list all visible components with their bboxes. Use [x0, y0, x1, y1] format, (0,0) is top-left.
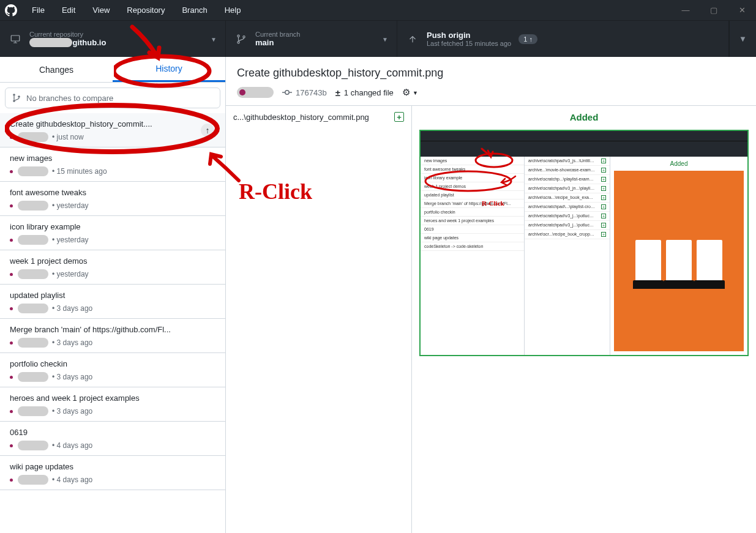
menu-branch[interactable]: Branch [174, 3, 214, 17]
commit-item-title: 0619 [10, 428, 215, 437]
commit-item[interactable]: icon library example • yesterday [0, 216, 225, 250]
svg-point-6 [18, 95, 20, 98]
tab-history[interactable]: History [113, 57, 225, 82]
commit-item-meta: • 15 minutes ago [10, 166, 215, 176]
commit-item[interactable]: updated playlist • 3 days ago [0, 285, 225, 319]
menu-view[interactable]: View [85, 3, 117, 17]
commit-title: Create githubdesktop_history_commit.png [237, 67, 745, 80]
commit-item[interactable]: font awesome tweaks • yesterday [0, 182, 225, 216]
main-area: Changes History No branches to compare C… [0, 57, 756, 533]
commit-item[interactable]: new images • 15 minutes ago [0, 147, 225, 182]
computer-icon [10, 34, 21, 45]
commit-item-title: portfolio checkin [10, 359, 215, 368]
commit-item-title: font awesome tweaks [10, 188, 215, 197]
commit-item[interactable]: week 1 project demos • yesterday [0, 250, 225, 285]
gear-icon[interactable]: ⚙︎ ▼ [402, 87, 418, 98]
commit-item[interactable]: heroes and week 1 project examples • 3 d… [0, 387, 225, 422]
github-logo-icon [5, 4, 17, 17]
chevron-down-icon: ▼ [211, 35, 217, 42]
changed-file-row[interactable]: c...\githubdesktop_history_commit.png + [233, 112, 404, 122]
commit-item[interactable]: Merge branch 'main' of https://github.co… [0, 319, 225, 353]
push-up-icon: ↑ [201, 124, 214, 137]
window-maximize-icon[interactable]: ▢ [700, 0, 728, 20]
image-preview: new imagesfont awesome tweaksicon librar… [419, 130, 749, 356]
menu-bar: File Edit View Repository Branch Help ― … [0, 0, 756, 20]
header-toolbar: Current repository xxgithub.io ▼ Current… [0, 20, 756, 57]
changed-files-column: c...\githubdesktop_history_commit.png + [226, 105, 412, 533]
git-compare-icon [12, 93, 21, 103]
commit-item-meta: • yesterday [10, 201, 215, 211]
annotation-rclick-text: R-Click [239, 179, 312, 204]
push-subtext: Last fetched 15 minutes ago [427, 40, 511, 47]
commit-icon [282, 88, 292, 97]
commit-item-title: Merge branch 'main' of https://github.co… [10, 325, 215, 334]
commit-item-meta: • 3 days ago [10, 304, 215, 313]
push-count-badge: 1 ↑ [518, 34, 537, 44]
commit-item-meta: • yesterday [10, 269, 215, 279]
push-label: Push origin [427, 31, 511, 40]
commit-item-meta: • 4 days ago [10, 475, 215, 485]
branch-value: main [255, 38, 300, 47]
svg-rect-0 [11, 35, 20, 41]
svg-point-3 [243, 35, 245, 37]
diff-status-label: Added [419, 112, 749, 130]
commit-item-title: heroes and week 1 project examples [10, 393, 215, 403]
current-repository-selector[interactable]: Current repository xxgithub.io ▼ [0, 21, 226, 57]
svg-point-1 [238, 35, 239, 37]
menu-repository[interactable]: Repository [119, 3, 172, 17]
commit-item[interactable]: portfolio checkin • 3 days ago [0, 353, 225, 387]
push-up-icon [407, 34, 418, 45]
menu-file[interactable]: File [24, 3, 52, 17]
commit-item-meta: • 3 days ago [10, 406, 215, 416]
commit-item-title: Create githubdesktop_history_commit.... [10, 119, 215, 129]
tab-changes[interactable]: Changes [0, 57, 113, 82]
compare-text: No branches to compare [26, 94, 113, 103]
commit-item-title: week 1 project demos [10, 256, 215, 266]
commit-item-meta: • 3 days ago [10, 372, 215, 382]
window-minimize-icon[interactable]: ― [672, 0, 700, 20]
push-dropdown-button[interactable]: ▼ [729, 21, 756, 57]
branch-label: Current branch [255, 31, 300, 38]
menu-edit[interactable]: Edit [54, 3, 83, 17]
diff-view: Added new imagesfont awesome tweaksicon … [412, 105, 756, 533]
commit-item-meta: • just now [10, 132, 215, 142]
commit-sha: 176743b [282, 88, 327, 97]
repo-label: Current repository [29, 31, 106, 38]
commit-item-title: updated playlist [10, 291, 215, 300]
repo-value: xxgithub.io [29, 38, 106, 47]
commit-item-meta: • yesterday [10, 235, 215, 245]
push-origin-button[interactable]: Push origin Last fetched 15 minutes ago … [397, 21, 729, 57]
commit-item[interactable]: wiki page updates • 4 days ago [0, 456, 225, 490]
changed-files-count: ± 1 changed file [335, 88, 394, 98]
commit-item[interactable]: Create githubdesktop_history_commit.... … [0, 113, 225, 147]
file-added-icon: + [394, 112, 404, 122]
left-panel: Changes History No branches to compare C… [0, 57, 226, 533]
commit-author-avatar [237, 87, 274, 98]
compare-branch-button[interactable]: No branches to compare [5, 88, 220, 108]
commit-item-title: new images [10, 154, 215, 163]
window-close-icon[interactable]: ✕ [728, 0, 756, 20]
chevron-down-icon: ▼ [382, 35, 388, 42]
git-branch-icon [236, 34, 247, 45]
commit-item-meta: • 4 days ago [10, 441, 215, 450]
changed-file-path: c...\githubdesktop_history_commit.png [233, 113, 369, 122]
menu-help[interactable]: Help [217, 3, 249, 17]
svg-point-4 [13, 94, 15, 96]
tab-bar: Changes History [0, 57, 225, 83]
svg-point-2 [238, 41, 239, 43]
commit-item-title: wiki page updates [10, 462, 215, 471]
commit-detail-header: Create githubdesktop_history_commit.png … [226, 57, 756, 105]
commit-item[interactable]: 0619 • 4 days ago [0, 422, 225, 456]
current-branch-selector[interactable]: Current branch main ▼ [226, 21, 397, 57]
commit-item-meta: • 3 days ago [10, 338, 215, 348]
commit-history-list[interactable]: Create githubdesktop_history_commit.... … [0, 113, 225, 533]
right-panel: Create githubdesktop_history_commit.png … [226, 57, 756, 533]
svg-point-7 [285, 91, 289, 94]
commit-item-title: icon library example [10, 222, 215, 231]
